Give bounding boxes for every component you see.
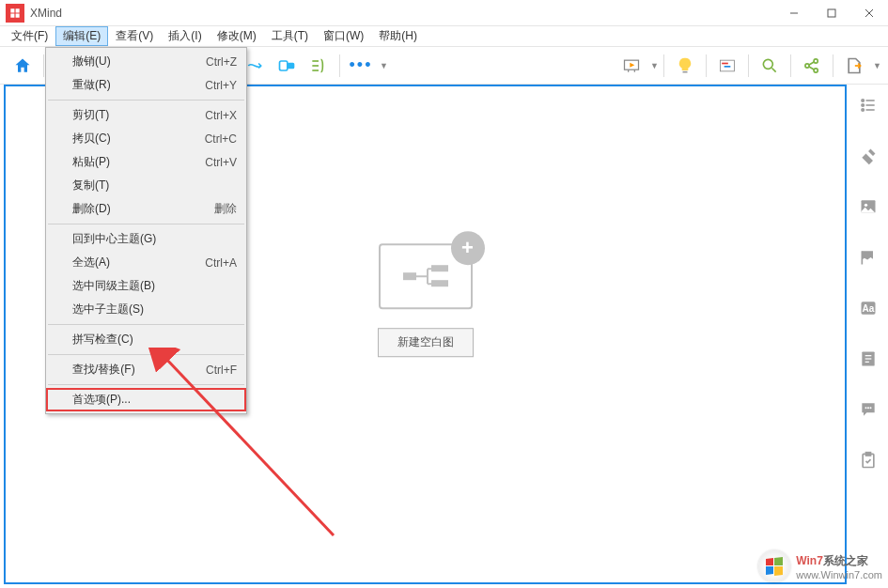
more-button[interactable]: •••	[346, 51, 376, 81]
boundary-button[interactable]	[272, 51, 302, 81]
home-button[interactable]	[8, 51, 38, 81]
svg-rect-5	[288, 63, 294, 68]
app-icon	[6, 4, 24, 23]
svg-line-17	[772, 68, 776, 71]
menu-item-label: 全选(A)	[72, 255, 110, 271]
toolbar-separator	[706, 54, 707, 77]
svg-rect-49	[866, 453, 871, 456]
svg-rect-12	[683, 70, 688, 72]
menu-insert[interactable]: 插入(I)	[161, 26, 209, 46]
minimize-button[interactable]	[775, 0, 813, 26]
close-button[interactable]	[850, 0, 888, 26]
outline-panel-button[interactable]	[855, 92, 881, 118]
format-panel-button[interactable]	[855, 143, 881, 169]
menu-item-label: 粘贴(P)	[72, 154, 110, 170]
notes-panel-button[interactable]	[855, 346, 881, 372]
summary-button[interactable]	[304, 51, 334, 81]
toolbar-separator	[833, 54, 833, 77]
menu-separator	[48, 324, 244, 325]
gantt-button[interactable]	[712, 51, 742, 81]
new-blank-button[interactable]: 新建空白图	[378, 328, 474, 357]
watermark-brand-tail: 系统之家	[823, 554, 868, 567]
menu-tools[interactable]: 工具(T)	[264, 26, 316, 46]
toolbar-separator	[339, 54, 340, 77]
present-button[interactable]	[616, 51, 647, 81]
menu-item-label: 剪切(T)	[72, 107, 109, 123]
plus-icon: +	[451, 231, 485, 265]
menu-item-shortcut: Ctrl+X	[205, 109, 237, 122]
menu-item-label: 查找/替换(F)	[72, 362, 135, 378]
chevron-down-icon[interactable]: ▼	[378, 61, 387, 70]
menu-item-shortcut: Ctrl+A	[205, 256, 237, 270]
menu-item[interactable]: 查找/替换(F)Ctrl+F	[46, 358, 246, 381]
menu-item-label: 拼写检查(C)	[72, 332, 133, 348]
svg-point-32	[862, 104, 865, 107]
menu-view[interactable]: 查看(V)	[108, 26, 161, 46]
svg-point-46	[867, 407, 869, 409]
watermark-logo-icon	[758, 550, 790, 582]
svg-point-30	[862, 100, 865, 102]
menu-item[interactable]: 首选项(P)...	[46, 388, 246, 411]
toolbar-separator	[43, 54, 44, 77]
svg-line-22	[809, 66, 815, 69]
mindmap-glyph-icon	[401, 259, 450, 293]
task-panel-button[interactable]	[855, 447, 881, 473]
menu-item-shortcut: 删除	[214, 201, 237, 217]
svg-rect-4	[280, 61, 288, 70]
menu-item-label: 首选项(P)...	[72, 392, 131, 408]
menu-item[interactable]: 全选(A)Ctrl+A	[46, 251, 246, 274]
svg-rect-15	[724, 66, 731, 68]
svg-text:Aa: Aa	[863, 303, 875, 314]
menu-item-shortcut: Ctrl+F	[206, 364, 237, 377]
menu-file[interactable]: 文件(F)	[4, 26, 55, 46]
menu-item[interactable]: 复制(T)	[46, 174, 246, 197]
share-button[interactable]	[797, 51, 827, 81]
svg-point-34	[862, 109, 865, 112]
idea-button[interactable]	[670, 51, 700, 81]
menu-item[interactable]: 撤销(U)Ctrl+Z	[46, 50, 246, 73]
toolbar-separator	[663, 54, 664, 77]
menu-item-label: 复制(T)	[72, 178, 109, 193]
right-panel: Aa	[849, 85, 888, 588]
titlebar: XMind	[0, 0, 888, 26]
maximize-button[interactable]	[813, 0, 850, 26]
menu-item[interactable]: 回到中心主题(G)	[46, 227, 246, 251]
chevron-down-icon[interactable]: ▼	[871, 61, 880, 70]
menu-item[interactable]: 选中子主题(S)	[46, 298, 246, 321]
menu-item-label: 选中子主题(S)	[72, 302, 144, 317]
text-panel-button[interactable]: Aa	[855, 295, 881, 321]
menu-item-shortcut: Ctrl+Y	[205, 79, 237, 92]
menu-item[interactable]: 选中同级主题(B)	[46, 274, 246, 298]
menu-modify[interactable]: 修改(M)	[210, 26, 264, 46]
marker-panel-button[interactable]	[855, 244, 881, 271]
menu-item[interactable]: 剪切(T)Ctrl+X	[46, 103, 246, 127]
menu-item[interactable]: 删除(D)删除	[46, 197, 246, 221]
menu-item[interactable]: 重做(R)Ctrl+Y	[46, 73, 246, 97]
watermark: Win7系统之家 www.Winwin7.com	[758, 550, 882, 582]
chevron-down-icon[interactable]: ▼	[648, 61, 658, 70]
menu-item[interactable]: 粘贴(P)Ctrl+V	[46, 150, 246, 174]
menu-window[interactable]: 窗口(W)	[316, 26, 371, 46]
new-blank-tile[interactable]: + 新建空白图	[378, 243, 474, 357]
menu-item[interactable]: 拷贝(C)Ctrl+C	[46, 127, 246, 150]
menu-item-label: 回到中心主题(G)	[72, 231, 156, 247]
menu-help[interactable]: 帮助(H)	[371, 26, 425, 46]
watermark-brand-head: Win7	[796, 554, 823, 567]
menu-separator	[48, 384, 244, 385]
svg-rect-23	[403, 272, 416, 280]
image-panel-button[interactable]	[855, 193, 881, 220]
export-button[interactable]	[839, 51, 869, 81]
menu-item[interactable]: 拼写检查(C)	[46, 328, 246, 351]
toolbar-separator	[748, 54, 749, 77]
app-title: XMind	[30, 7, 775, 20]
menu-item-shortcut: Ctrl+Z	[206, 55, 237, 69]
toolbar-separator	[790, 54, 791, 77]
comments-panel-button[interactable]	[855, 396, 881, 423]
menu-item-label: 撤销(U)	[72, 54, 111, 70]
menu-item-label: 选中同级主题(B)	[72, 278, 155, 294]
svg-rect-25	[431, 280, 448, 286]
search-button[interactable]	[755, 51, 785, 81]
menu-separator	[48, 224, 244, 224]
menu-edit[interactable]: 编辑(E)	[55, 26, 108, 46]
menu-item-label: 拷贝(C)	[72, 131, 111, 147]
